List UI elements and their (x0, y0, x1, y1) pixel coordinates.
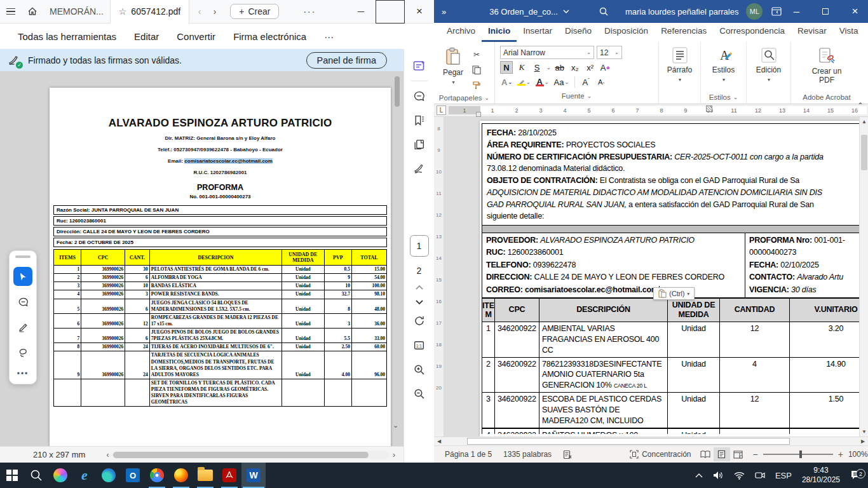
word-hscroll-thumb[interactable] (467, 438, 790, 445)
word-taskbar-button[interactable]: W (241, 463, 266, 488)
ai-assistant-icon[interactable] (409, 55, 430, 77)
word-ribbon-tab[interactable]: Disposición (598, 23, 654, 42)
meet-now-icon[interactable] (750, 471, 770, 480)
document-paragraphs[interactable]: FECHA: 28/10/2025ÁREA REQUIRENTE: PROYEC… (482, 123, 859, 226)
home-icon[interactable] (22, 0, 43, 24)
editing-button[interactable]: Edición▾ (752, 44, 785, 84)
draw-lasso-icon[interactable] (13, 343, 32, 362)
edge-button[interactable] (97, 463, 121, 488)
volume-icon[interactable] (708, 471, 729, 480)
proofing-status-icon[interactable] (557, 450, 578, 459)
read-mode-icon[interactable] (697, 447, 714, 461)
panel-de-firma-button[interactable]: Panel de firma (306, 52, 388, 69)
tab-active-pdf[interactable]: ☆ 6057412.pdf (110, 0, 189, 24)
acrobat-maximize-button[interactable] (376, 0, 405, 24)
word-close-button[interactable]: × (840, 0, 868, 23)
account-name[interactable]: maria lourdes peñafiel parrales (625, 7, 738, 17)
text-effects-button[interactable]: A⌄ (500, 76, 513, 88)
star-icon[interactable]: ☆ (119, 6, 127, 17)
titlebar-more-icon[interactable]: ··· (303, 6, 316, 17)
zoom-out-button[interactable]: − (753, 449, 758, 459)
outlook-button[interactable]: O (121, 463, 145, 488)
horizontal-ruler[interactable]: L 1 12345678910111213141516 (434, 104, 868, 117)
rotate-page-icon[interactable] (409, 310, 430, 332)
select-tool-button[interactable] (13, 267, 32, 286)
action-center-button[interactable]: 2 (845, 470, 868, 481)
start-button[interactable] (0, 463, 24, 488)
styles-button[interactable]: A Estilos▾ (707, 44, 740, 84)
subscript-button[interactable]: x₂ (569, 61, 581, 74)
change-case-button[interactable]: Aa⌄ (553, 76, 571, 88)
word-horizontal-scrollbar[interactable]: ◀ ▶ (434, 437, 868, 445)
signature-panel-icon[interactable] (409, 158, 430, 179)
hscroll-right-icon[interactable]: › (390, 451, 398, 459)
internet-explorer-button[interactable]: e (72, 463, 97, 488)
bookmarks-panel-icon[interactable] (409, 109, 430, 131)
clock[interactable]: 9:43 28/10/2025 (797, 466, 845, 485)
word-ribbon-tab[interactable]: Ayuda (865, 23, 868, 42)
word-minimize-button[interactable]: ─ (782, 0, 811, 23)
vertical-ruler[interactable]: 891011121314151617181920 (434, 117, 444, 437)
file-explorer-button[interactable] (193, 463, 217, 488)
styles-dialog-launcher-icon[interactable]: ⌄ (733, 94, 738, 100)
word-scroll-up-icon[interactable]: ▲ (860, 117, 868, 126)
avatar[interactable]: ML (746, 3, 763, 20)
zoom-out-icon[interactable] (409, 383, 430, 404)
word-ribbon-tab[interactable]: Inicio (482, 23, 517, 42)
tray-show-hidden-icons[interactable] (690, 473, 708, 478)
acrobat-menu-item[interactable]: Firma electrónica (224, 31, 315, 42)
next-page-icon[interactable] (415, 299, 424, 305)
word-count[interactable]: 1335 palabras (498, 450, 557, 459)
quick-access-overflow-icon[interactable]: » (434, 7, 454, 17)
table-column-marker[interactable] (706, 105, 712, 112)
hscroll-thumb[interactable] (113, 452, 369, 458)
search-icon[interactable] (599, 6, 609, 17)
cut-icon[interactable]: ✂ (470, 48, 484, 61)
word-scrollbar-thumb[interactable] (861, 135, 867, 170)
current-page-box[interactable]: 1 (410, 235, 429, 257)
chrome-button[interactable] (145, 463, 169, 488)
paste-options-button[interactable]: (Ctrl) ▾ (653, 287, 695, 300)
word-hscroll-right-icon[interactable]: ▶ (858, 438, 868, 444)
word-items-table[interactable]: ITEM CPC DESCRIPCIÓN UNIDAD DE MEDIDA CA… (482, 298, 859, 428)
font-name-combobox[interactable]: Arial Narrow⌄ (500, 46, 594, 59)
word-doc-title[interactable]: 36 Orden_de_co... (489, 7, 569, 17)
zoom-slider-thumb[interactable] (799, 451, 802, 458)
acrobat-menu-item[interactable]: Editar (125, 31, 168, 42)
font-dialog-launcher-icon[interactable]: ⌄ (587, 93, 592, 99)
word-ribbon-tab[interactable]: Revisar (791, 23, 833, 42)
pdf-horizontal-scrollbar[interactable]: ‹ › (103, 451, 398, 459)
taskbar-search-button[interactable] (24, 463, 48, 488)
word-vertical-scrollbar[interactable]: ▲ ▼ (859, 117, 868, 437)
word-ribbon-tab[interactable]: Vista (833, 23, 865, 42)
copilot-button[interactable] (48, 463, 72, 488)
zoom-in-button[interactable]: + (838, 449, 843, 459)
acrobat-taskbar-button[interactable] (217, 463, 241, 488)
page-indicator[interactable]: Página 1 de 5 (439, 450, 498, 459)
shrink-font-button[interactable]: Aˇ (595, 76, 607, 88)
actual-size-icon[interactable]: 1:1 (409, 334, 430, 356)
comments-panel-icon[interactable] (409, 85, 430, 107)
strikethrough-button[interactable]: ab (553, 61, 566, 74)
acrobat-menu-item[interactable]: Todas las herramientas (9, 31, 125, 42)
italic-button[interactable]: K (515, 61, 528, 74)
zoom-in-icon[interactable] (409, 358, 430, 380)
zoom-slider[interactable] (763, 454, 833, 455)
comment-tool-icon[interactable] (13, 292, 32, 311)
pdf-scroll-down-icon[interactable]: ⌄ (393, 421, 398, 430)
acrobat-hamburger-menu-icon[interactable] (0, 0, 22, 24)
wifi-icon[interactable] (729, 471, 750, 480)
word-maximize-button[interactable] (811, 0, 840, 23)
page-2-label[interactable]: 2 (417, 266, 422, 276)
bold-button[interactable]: N (500, 61, 513, 74)
hscroll-left-icon[interactable]: ‹ (103, 451, 112, 459)
superscript-button[interactable]: x² (584, 61, 597, 74)
word-ribbon-tab[interactable]: Archivo (440, 23, 482, 42)
word-page[interactable]: FECHA: 28/10/2025ÁREA REQUIRENTE: PROYEC… (480, 121, 859, 437)
page-thumbnails-icon[interactable] (409, 133, 430, 155)
palette-more-icon[interactable]: ••• (17, 369, 29, 378)
copy-icon[interactable] (470, 64, 484, 76)
font-color-button[interactable]: A⌄ (534, 76, 550, 88)
previous-page-icon[interactable] (415, 285, 424, 290)
underline-button[interactable]: S (531, 61, 543, 74)
